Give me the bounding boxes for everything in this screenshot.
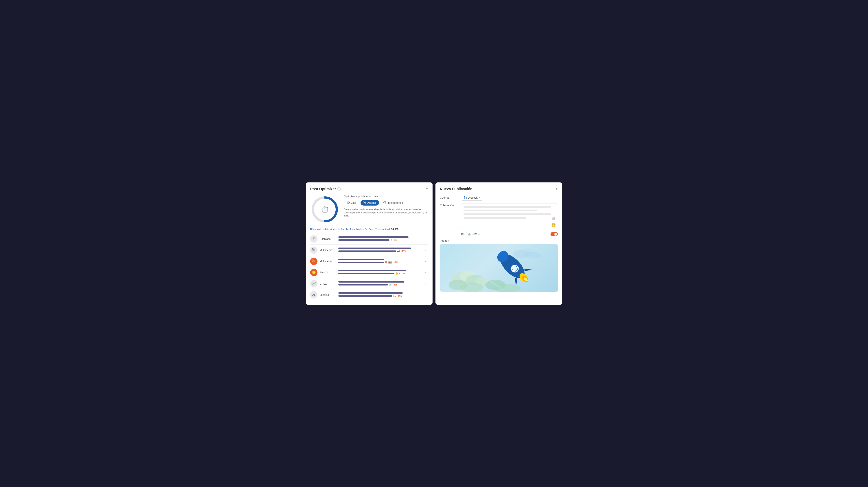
right-card-title: Nueva Publicación [440, 187, 472, 191]
hashtags-bar2-row: # +7% [338, 239, 421, 241]
utm-toggle[interactable] [551, 232, 558, 236]
btn-alcance[interactable]: 📡 Alcance [361, 200, 379, 205]
text-skeleton-1 [464, 206, 551, 208]
nueva-publicacion-title: Nueva Publicación [440, 187, 472, 191]
hashtags-check[interactable]: ✓ [423, 236, 428, 241]
longitud-bar2 [338, 295, 392, 297]
multimedia1-badge: 📹 +11% [397, 250, 406, 253]
publicacion-row: Publicación 🙂 [440, 203, 558, 229]
emojis-badge-icon: 😊 [396, 272, 398, 275]
post-optimizer-card: Post Optimizer i ▼ ⏱️ Optimiza la [306, 182, 433, 305]
utm-label: UTM url [472, 233, 480, 235]
emojis-badge: 😊 +11% [396, 272, 405, 275]
longitud-bars: Aa +34% [338, 292, 421, 297]
multimedia1-label: Multimedia: [320, 249, 336, 252]
image-preview[interactable] [440, 244, 558, 292]
publication-field[interactable]: 🙂 [461, 203, 558, 229]
text-dot [552, 217, 555, 220]
multimedia1-check[interactable]: ✓ [423, 248, 428, 253]
interacciones-label: Interacciones [388, 201, 403, 204]
hashtags-badge-icon: # [391, 239, 392, 241]
gauge-container: ⏱️ [310, 195, 339, 224]
emoji-picker-btn[interactable]: 🙂 [551, 223, 556, 227]
hashtags-bar1 [338, 236, 408, 238]
multimedia2-icon: 🖼 [310, 258, 317, 265]
multimedia1-bar2 [338, 251, 396, 252]
emojis-icon: 😊 [310, 269, 317, 276]
hashtags-badge: # +7% [391, 239, 397, 241]
emojis-check[interactable]: ✓ [423, 270, 428, 275]
optimize-buttons: 🎯 Clics 📡 Alcance 💬 Interacciones [344, 200, 428, 205]
rocket-illustration [440, 244, 558, 292]
btn-interacciones[interactable]: 💬 Interacciones [380, 200, 405, 205]
utm-btn[interactable]: 🔗 UTM url [468, 233, 480, 236]
right-card-chevron[interactable]: ▼ [555, 188, 558, 190]
optimize-section: ⏱️ Optimiza la publicación para: 🎯 Clics… [310, 195, 428, 224]
cuenta-row: Cuenta f Facebook ▾ [440, 195, 558, 201]
svg-marker-18 [523, 265, 533, 275]
multimedia2-bar1-row [338, 259, 421, 260]
post-optimizer-title: Post Optimizer [310, 187, 336, 191]
urls-badge-value: +8% [393, 284, 397, 286]
longitud-label: Longitud: [320, 293, 336, 296]
interacciones-icon: 💬 [383, 201, 386, 204]
hashtags-bars: # +7% [338, 236, 421, 241]
multimedia2-bar2-row: 🖼 GIF +5% [338, 261, 421, 264]
gif-label: GIF [461, 233, 465, 235]
emojis-bar2-row: 😊 +11% [338, 272, 421, 275]
multimedia2-bar1 [338, 259, 384, 260]
metrics-list: # Hashtags: # +7% ✓ [310, 233, 428, 300]
longitud-bar2-row: Aa +34% [338, 295, 421, 297]
urls-badge: 🔗 +8% [389, 284, 397, 286]
alcance-label: Alcance [367, 201, 376, 204]
urls-bars: 🔗 +8% [338, 281, 421, 286]
multimedia2-check[interactable]: ✓ [423, 259, 428, 264]
account-dropdown-arrow: ▾ [479, 196, 480, 199]
multimedia2-badge-value: +5% [393, 261, 398, 264]
hashtags-bar1-row [338, 236, 421, 238]
hashtags-bar2 [338, 239, 390, 241]
hashtags-badge-value: +7% [393, 239, 397, 241]
urls-bar2-row: 🔗 +8% [338, 284, 421, 286]
hashtags-icon: # [310, 235, 317, 242]
longitud-bar1 [338, 292, 403, 294]
multimedia1-bar2-row: 📹 +11% [338, 250, 421, 253]
gif-btn[interactable]: GIF [461, 233, 465, 235]
longitud-check[interactable]: ✓ [423, 292, 428, 297]
cuenta-label: Cuenta [440, 196, 458, 199]
emojis-bars: 😊 +11% [338, 270, 421, 275]
multimedia2-label: Multimedia: [320, 260, 336, 263]
metric-row-multimedia2: 🖼 Multimedia: 🖼 GIF +5% ✓ [310, 256, 428, 267]
right-card-header: Nueva Publicación ▼ [440, 187, 558, 191]
toggle-wrap [551, 232, 558, 236]
emojis-bar2 [338, 273, 395, 274]
btn-clics[interactable]: 🎯 Clics [344, 200, 359, 205]
urls-check[interactable]: ✓ [423, 281, 428, 286]
multimedia2-bar2 [338, 262, 384, 263]
multimedia1-icon: 🖼 [310, 247, 317, 254]
left-card-chevron[interactable]: ▼ [426, 188, 428, 190]
stats-prefix: Número de publicaciones de Facebook anal… [310, 228, 364, 230]
hashtags-label: Hashtags: [320, 237, 336, 240]
clics-label: Clics [351, 201, 356, 204]
account-name: Facebook [466, 196, 477, 199]
metric-row-emojis: 😊 Emoji's: 😊 +11% ✓ [310, 267, 428, 278]
multimedia2-badge-icon: 🖼 [385, 261, 387, 264]
metric-row-longitud: Aa Longitud: Aa +34% ✓ [310, 289, 428, 300]
multimedia1-bar1-row [338, 248, 421, 249]
urls-bar1 [338, 281, 404, 283]
urls-badge-icon: 🔗 [389, 284, 392, 286]
svg-point-12 [524, 252, 541, 258]
metric-row-hashtags: # Hashtags: # +7% ✓ [310, 233, 428, 245]
account-select-btn[interactable]: f Facebook ▾ [461, 195, 483, 201]
info-icon[interactable]: i [337, 187, 341, 191]
longitud-badge-icon: Aa [393, 295, 396, 297]
gif-badge: GIF [388, 261, 393, 264]
text-skeleton-2 [464, 209, 537, 211]
stats-count: 94.835 [391, 228, 399, 230]
link-icon: 🔗 [468, 233, 471, 236]
left-card-header: Post Optimizer i ▼ [310, 187, 428, 191]
toggle-knob [554, 233, 557, 236]
stats-range: (de hace 31 días a hoy): [365, 228, 391, 230]
longitud-icon: Aa [310, 291, 317, 298]
